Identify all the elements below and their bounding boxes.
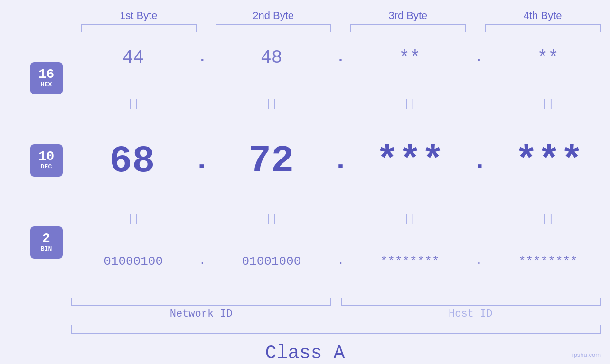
host-bracket <box>341 298 601 306</box>
equals-row-1: || || || || <box>71 98 610 110</box>
dec-sep-3: . <box>471 147 488 175</box>
hex-val-3: ** <box>348 47 472 68</box>
byte-header-1: 1st Byte <box>71 9 206 22</box>
pipe-7: || <box>348 213 472 224</box>
bin-val-2: 01001000 <box>209 254 333 269</box>
bin-sep-1: . <box>195 255 209 267</box>
dec-val-1: 68 <box>71 140 193 183</box>
equals-row-2: || || || || <box>71 213 610 224</box>
dec-sep-2: . <box>332 147 349 175</box>
class-label: Class A <box>265 343 345 364</box>
dec-val-2: 72 <box>210 140 332 183</box>
hex-sep-1: . <box>195 49 209 65</box>
dec-sep-1: . <box>193 147 210 175</box>
network-id-label: Network ID <box>71 308 331 320</box>
bracket-3 <box>350 24 466 32</box>
bin-val-1: 01000100 <box>71 254 195 269</box>
host-id-label: Host ID <box>341 308 601 320</box>
hex-badge: 16 HEX <box>30 62 63 94</box>
values-grid: 44 . 48 . ** . ** || || || || 68 <box>71 32 610 298</box>
bin-row: 01000100 . 01001000 . ******** . *******… <box>71 254 610 269</box>
pipe-1: || <box>71 98 195 110</box>
network-bracket <box>71 298 331 306</box>
byte-headers: 1st Byte 2nd Byte 3rd Byte 4th Byte <box>0 9 610 22</box>
hex-sep-3: . <box>472 49 486 65</box>
pipe-6: || <box>209 213 333 224</box>
bracket-4 <box>485 24 601 32</box>
content-area: 16 HEX 10 DEC 2 BIN 44 . 48 . ** . ** <box>0 32 610 298</box>
pipe-5: || <box>71 213 195 224</box>
bottom-section: Network ID Host ID <box>0 298 610 334</box>
watermark: ipshu.com <box>572 351 601 358</box>
top-bracket-row <box>0 24 610 32</box>
byte-header-3: 3rd Byte <box>341 9 476 22</box>
bin-sep-3: . <box>472 255 486 267</box>
dec-val-3: *** <box>349 140 471 183</box>
pipe-2: || <box>209 98 333 110</box>
hex-val-4: ** <box>486 47 610 68</box>
hex-val-2: 48 <box>209 47 333 68</box>
hex-sep-2: . <box>334 49 348 65</box>
bin-val-3: ******** <box>348 254 472 269</box>
hex-val-1: 44 <box>71 47 195 68</box>
byte-header-4: 4th Byte <box>475 9 610 22</box>
big-bottom-bracket <box>71 325 601 334</box>
pipe-3: || <box>348 98 472 110</box>
bin-badge: 2 BIN <box>30 226 63 259</box>
bottom-labels: Network ID Host ID <box>71 308 601 320</box>
dec-val-4: *** <box>488 140 610 183</box>
bin-sep-2: . <box>334 255 348 267</box>
hex-row: 44 . 48 . ** . ** <box>71 47 610 68</box>
dec-row: 68 . 72 . *** . *** <box>71 140 610 183</box>
byte-header-2: 2nd Byte <box>206 9 341 22</box>
main-container: 1st Byte 2nd Byte 3rd Byte 4th Byte 16 H… <box>0 0 610 364</box>
dec-badge: 10 DEC <box>30 144 63 177</box>
bracket-2 <box>216 24 331 32</box>
pipe-8: || <box>486 213 610 224</box>
pipe-4: || <box>486 98 610 110</box>
bin-val-4: ******** <box>486 254 610 269</box>
base-labels: 16 HEX 10 DEC 2 BIN <box>0 32 71 298</box>
bracket-1 <box>81 24 197 32</box>
bottom-brackets <box>71 298 601 306</box>
